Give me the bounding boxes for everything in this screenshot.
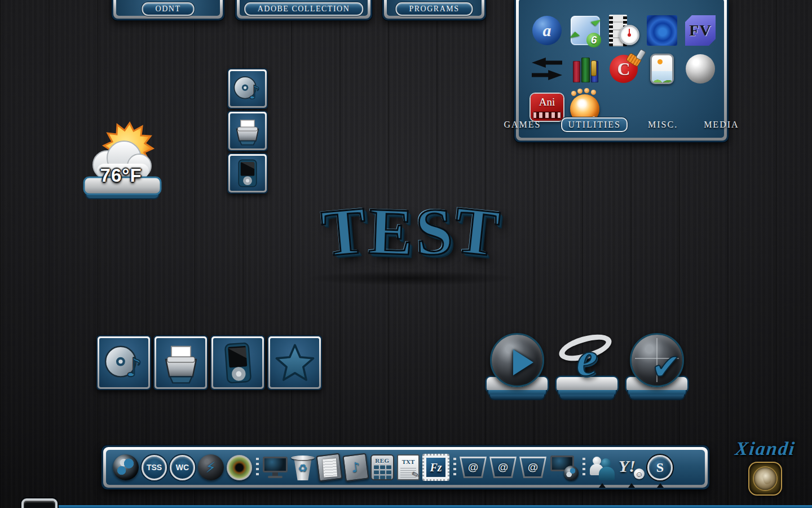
photo-card-shape (650, 54, 674, 84)
frame-inner (213, 338, 262, 387)
notepad-icon[interactable]: TXT ✎ (397, 454, 420, 480)
app-icon-grid: a 6 (519, 0, 724, 125)
tab-misc[interactable]: MISC. (642, 119, 683, 131)
taskbar-edge-line[interactable] (25, 505, 812, 508)
dock-separator (255, 458, 259, 477)
bolt-orb: ⚡ (198, 454, 224, 480)
launcher-box-body: ADOBE COLLECTION (240, 0, 368, 16)
orb-tray-rim (489, 395, 545, 400)
dock-surface: TSS WC ⚡ ♻ (106, 450, 705, 485)
green-arrow-icon (570, 32, 580, 42)
frame-inner: ♪ (230, 71, 265, 106)
odnt-button[interactable]: ODNT (142, 2, 195, 16)
tab-games[interactable]: GAMES (498, 119, 546, 131)
messenger-buddies-icon[interactable] (589, 454, 616, 480)
swap-arrows-icon[interactable] (530, 51, 564, 87)
printer-icon[interactable] (227, 111, 268, 151)
skype-icon[interactable]: S (647, 455, 673, 480)
launcher-orbs: e ✔ (484, 333, 690, 401)
earth-shape (113, 454, 139, 480)
green-book (581, 58, 590, 82)
monitor-icon[interactable] (262, 454, 288, 480)
blue-fractal-icon[interactable] (645, 12, 679, 49)
music-cd-icon[interactable]: ♪ (227, 68, 268, 109)
at-glyph: @ (498, 461, 509, 474)
books-shape (570, 55, 601, 82)
ccleaner-icon[interactable]: C (607, 51, 641, 87)
photo-viewer-icon[interactable] (645, 51, 679, 87)
bin-shape: ♻ (291, 454, 315, 480)
network-monitor-shape (549, 454, 579, 480)
launcher-box-frame: ADOBE COLLECTION (237, 0, 370, 19)
play-orb-icon[interactable] (484, 333, 550, 401)
silver-sphere-icon[interactable] (683, 51, 717, 87)
star-glyph (273, 341, 317, 385)
stopwatch-icon (619, 25, 639, 45)
swap-arrows-shape (532, 56, 562, 82)
running-indicator (599, 483, 606, 488)
mail-icon[interactable]: @ (460, 457, 487, 478)
film-stopwatch-icon[interactable] (607, 12, 641, 49)
music-cd-icon[interactable]: ♪ (96, 335, 151, 390)
tab-utilities[interactable]: UTILITIES (561, 117, 628, 132)
video-converter-6-icon[interactable]: 6 (568, 12, 602, 49)
dock-separator (452, 458, 457, 477)
registry-icon[interactable]: REG (370, 454, 394, 480)
keypad-grid (374, 465, 391, 479)
music-note-glyph: ♪ (344, 454, 368, 480)
programs-button[interactable]: PROGRAMS (395, 2, 473, 16)
left-arrow-icon (532, 58, 562, 68)
fv-viewer-icon[interactable]: FV (683, 12, 717, 49)
frame-inner (230, 113, 265, 148)
mail-icon[interactable]: @ (519, 457, 546, 478)
gom-toe (584, 88, 589, 93)
txt-label: TXT (402, 458, 415, 465)
desktop-title: TEST (282, 199, 541, 265)
globe-overlay-icon (564, 466, 579, 480)
yahoo-messenger-icon[interactable]: Y! ☺ (619, 454, 645, 480)
launcher-box-odnt[interactable]: ODNT (112, 0, 224, 20)
filezilla-icon[interactable]: Fz (422, 454, 449, 481)
network-monitor-icon[interactable] (549, 454, 579, 480)
weather-widget[interactable]: 76°F (82, 116, 165, 202)
skype-badge: S (647, 455, 673, 480)
orb-sphere: ✔ (630, 333, 684, 387)
folder-shape (316, 453, 342, 482)
frame: ♪ (98, 336, 150, 389)
running-indicator (628, 483, 635, 488)
wc-app-icon[interactable]: WC (170, 455, 195, 480)
frame-inner (230, 156, 265, 191)
documents-folder-icon[interactable] (317, 454, 341, 480)
mail-icon[interactable]: @ (489, 457, 517, 478)
recycle-bin-icon[interactable]: ♻ (291, 454, 315, 480)
photo-hills (652, 71, 672, 82)
internet-explorer-icon[interactable]: e (554, 333, 620, 401)
earth-globe-icon[interactable] (113, 454, 139, 480)
printer-icon[interactable] (153, 335, 208, 390)
envelope-shape: @ (460, 457, 487, 478)
app-panel-tabs: GAMES UTILITIES MISC. MEDIA (519, 117, 724, 132)
star-icon[interactable] (267, 335, 322, 390)
frame (268, 336, 321, 389)
check-orb-icon[interactable]: ✔ (624, 333, 690, 401)
media-player-glyph (216, 341, 260, 385)
title-shadow (304, 271, 519, 286)
eye-iris-icon[interactable] (227, 455, 252, 480)
ipod-nano-icon[interactable] (210, 335, 265, 390)
adobe-collection-button[interactable]: ADOBE COLLECTION (244, 2, 364, 16)
music-folder-icon[interactable]: ♪ (344, 454, 368, 480)
corner-partial-icon[interactable] (21, 498, 58, 508)
frame (155, 336, 207, 389)
launcher-box-programs[interactable]: PROGRAMS (382, 0, 486, 20)
sun-cloud-icon (82, 116, 165, 202)
launcher-box-adobe[interactable]: ADOBE COLLECTION (235, 0, 372, 20)
tss-app-icon[interactable]: TSS (142, 455, 167, 480)
lightning-orb-icon[interactable]: ⚡ (198, 454, 224, 480)
amazon-sphere-icon[interactable]: a (530, 12, 564, 49)
frame-inner (270, 338, 319, 387)
shortcut-column: ♪ (227, 68, 268, 194)
tab-media[interactable]: MEDIA (698, 119, 744, 131)
ipod-icon[interactable] (227, 153, 268, 194)
document-page (323, 458, 337, 478)
winrar-books-icon[interactable] (568, 51, 602, 87)
